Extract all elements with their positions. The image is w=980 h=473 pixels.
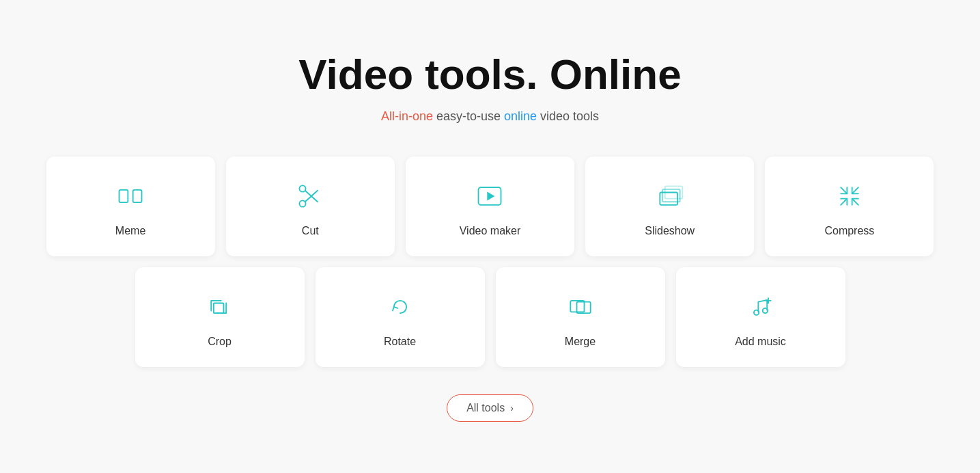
svg-line-11 (841, 187, 847, 193)
all-tools-label: All tools (466, 402, 505, 414)
cut-label: Cut (302, 225, 319, 237)
tool-card-rotate[interactable]: Rotate (316, 267, 485, 367)
add-music-icon (746, 292, 776, 325)
tool-card-merge[interactable]: Merge (496, 267, 665, 367)
tool-card-meme[interactable]: Meme (46, 157, 215, 256)
cut-icon (295, 181, 325, 214)
tool-card-crop[interactable]: Crop (135, 267, 305, 367)
merge-icon (565, 292, 596, 325)
tool-card-compress[interactable]: Compress (765, 157, 934, 256)
all-tools-button[interactable]: All tools › (447, 394, 533, 422)
tool-card-add-music[interactable]: Add music (676, 267, 845, 367)
tools-row-2: Crop Rotate Merge (135, 267, 845, 367)
tool-card-slideshow[interactable]: Slideshow (585, 157, 754, 256)
svg-line-12 (852, 187, 858, 193)
tools-row-1: Meme Cut Video maker (46, 157, 934, 256)
add-music-label: Add music (735, 336, 786, 348)
video-maker-label: Video maker (460, 225, 521, 237)
tool-card-cut[interactable]: Cut (226, 157, 395, 256)
svg-rect-1 (133, 189, 142, 202)
hero-title: Video tools. Online (298, 51, 681, 98)
svg-point-19 (762, 308, 767, 312)
crop-icon (205, 292, 235, 325)
crop-label: Crop (208, 336, 232, 348)
rotate-label: Rotate (384, 336, 416, 348)
tool-card-video-maker[interactable]: Video maker (406, 157, 574, 256)
svg-point-18 (753, 310, 758, 314)
rotate-icon (385, 292, 415, 325)
video-maker-icon (475, 181, 505, 214)
svg-line-14 (852, 198, 858, 204)
hero-subtitle: All-in-one easy-to-use online video tool… (381, 109, 599, 124)
svg-rect-15 (213, 303, 223, 313)
meme-icon (115, 181, 145, 214)
compress-icon (835, 181, 865, 214)
slideshow-icon (655, 181, 685, 214)
svg-rect-0 (120, 189, 128, 202)
slideshow-label: Slideshow (645, 225, 695, 237)
compress-label: Compress (824, 225, 874, 237)
svg-line-13 (841, 198, 847, 204)
chevron-right-icon: › (510, 403, 514, 414)
merge-label: Merge (565, 336, 596, 348)
svg-marker-7 (488, 191, 495, 200)
meme-label: Meme (115, 225, 145, 237)
